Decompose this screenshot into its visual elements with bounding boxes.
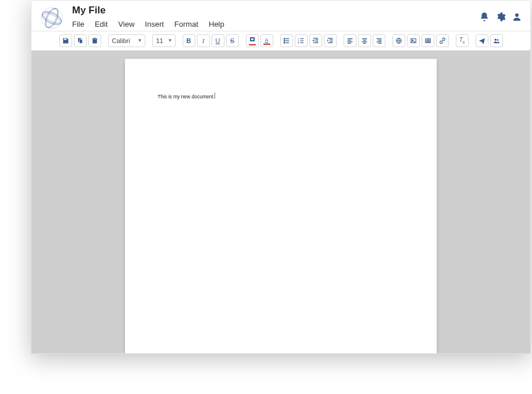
collaborators-button[interactable] <box>490 34 503 47</box>
svg-marker-28 <box>312 40 314 41</box>
svg-rect-10 <box>93 37 96 38</box>
font-family-value: Calibri <box>112 37 130 44</box>
insert-image-button[interactable] <box>407 34 420 47</box>
menu-format[interactable]: Format <box>174 17 198 31</box>
align-left-button[interactable] <box>344 34 356 47</box>
chevron-down-icon: ▼ <box>168 38 173 43</box>
chevron-down-icon: ▼ <box>138 38 142 43</box>
svg-point-15 <box>284 42 285 43</box>
svg-marker-33 <box>327 40 329 41</box>
document-canvas[interactable]: This is my new document. <box>31 51 530 353</box>
insert-globe-button[interactable] <box>392 34 405 47</box>
svg-text:3: 3 <box>298 41 299 44</box>
font-size-select[interactable]: 11 ▼ <box>152 34 176 47</box>
bold-button[interactable]: B <box>183 34 195 47</box>
menu-view[interactable]: View <box>118 17 134 31</box>
app-window: My File File Edit View Insert Format Hel… <box>31 0 531 354</box>
document-title[interactable]: My File <box>72 5 479 16</box>
increase-indent-button[interactable] <box>324 34 337 47</box>
align-center-button[interactable] <box>358 34 371 47</box>
font-size-value: 11 <box>156 37 163 44</box>
document-page[interactable]: This is my new document. <box>125 59 437 353</box>
decrease-indent-button[interactable] <box>309 34 322 47</box>
svg-point-11 <box>284 38 285 39</box>
numbered-list-button[interactable]: 123 <box>295 34 308 47</box>
app-logo <box>40 6 64 30</box>
menu-file[interactable]: File <box>72 17 84 31</box>
gear-icon[interactable] <box>495 12 506 24</box>
svg-point-56 <box>494 38 496 40</box>
menu-help[interactable]: Help <box>209 17 224 31</box>
svg-point-6 <box>515 13 519 17</box>
insert-table-button[interactable] <box>422 34 434 47</box>
strikethrough-button[interactable]: S <box>226 34 239 47</box>
text-cursor <box>215 93 215 98</box>
underline-button[interactable]: U <box>212 34 224 47</box>
clear-formatting-button[interactable]: Tx <box>456 34 469 47</box>
toolbar: Calibri ▼ 11 ▼ B I U S A <box>31 31 530 51</box>
header: My File File Edit View Insert Format Hel… <box>31 1 530 31</box>
svg-rect-8 <box>79 39 82 43</box>
menu-insert[interactable]: Insert <box>145 17 164 31</box>
user-icon[interactable] <box>512 12 522 24</box>
bullet-list-button[interactable] <box>280 34 293 47</box>
copy-button[interactable] <box>74 34 87 47</box>
svg-rect-51 <box>425 38 430 42</box>
highlight-color-button[interactable] <box>246 34 259 47</box>
save-button[interactable] <box>59 34 72 47</box>
menu-edit[interactable]: Edit <box>95 17 108 31</box>
insert-link-button[interactable] <box>436 34 449 47</box>
svg-point-57 <box>497 39 498 41</box>
align-right-button[interactable] <box>373 34 385 47</box>
bell-icon[interactable] <box>479 12 490 24</box>
share-button[interactable] <box>476 34 488 47</box>
menu-bar: File Edit View Insert Format Help <box>72 17 479 31</box>
document-content[interactable]: This is my new document. <box>158 94 215 100</box>
font-family-select[interactable]: Calibri ▼ <box>108 34 145 47</box>
italic-button[interactable]: I <box>197 34 210 47</box>
text-color-button[interactable]: A <box>260 34 273 47</box>
svg-point-13 <box>284 40 285 41</box>
paste-button[interactable] <box>88 34 101 47</box>
